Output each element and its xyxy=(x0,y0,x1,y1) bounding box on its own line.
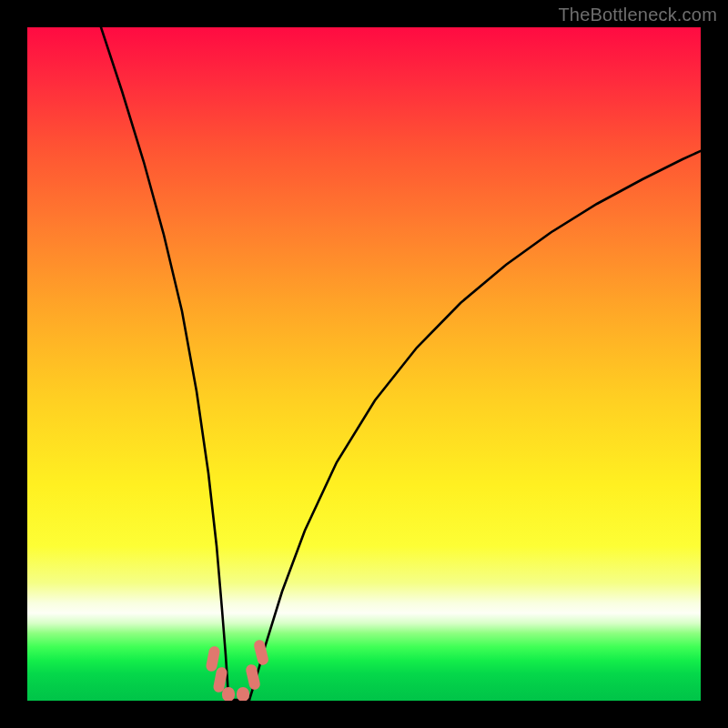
curve-left-branch xyxy=(99,27,229,700)
bottleneck-curve xyxy=(27,27,701,701)
flat-min-marker xyxy=(205,639,269,701)
watermark-text: TheBottleneck.com xyxy=(558,5,717,25)
plot-area xyxy=(27,27,701,701)
chart-frame: TheBottleneck.com xyxy=(0,0,728,728)
svg-rect-2 xyxy=(222,687,235,701)
svg-rect-3 xyxy=(237,687,249,701)
curve-right-branch xyxy=(249,149,701,700)
